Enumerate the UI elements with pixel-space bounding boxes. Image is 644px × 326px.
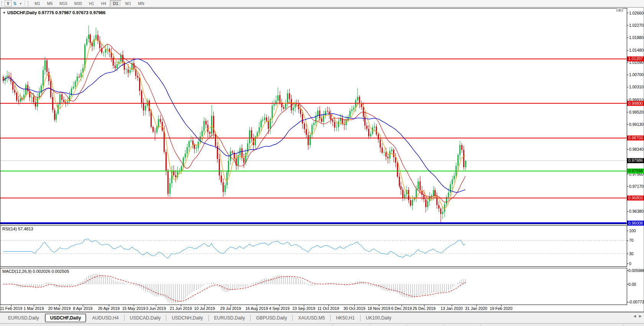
up-down-arrows-icon: ⇅ — [13, 1, 16, 6]
status-separator — [480, 324, 481, 326]
macd-label: MACD(12,26,9) 0.002026 0.002505 — [2, 269, 69, 274]
tab-separator — [208, 315, 209, 321]
axis-label: 0.97986 — [628, 158, 643, 163]
date-label: 8 Apr 2019 — [73, 306, 93, 311]
date-label: 3 Jun 2019 — [146, 306, 166, 311]
date-label: 30 Oct 2019 — [343, 306, 365, 311]
date-label: 26 Apr 2019 — [98, 306, 120, 311]
axis-label: 0.97170 — [629, 184, 644, 189]
toolbar-grip[interactable] — [1, 1, 3, 6]
axis-label: 1.01880 — [629, 35, 644, 40]
tab-separator — [44, 315, 45, 321]
timeframe-button-w1[interactable]: W1 — [122, 0, 134, 7]
terminal-window: T ⇅ ▼ M1M5M15M30H1H4D1W1MN 1.026601.0227… — [0, 0, 644, 326]
chart-tab-hk50-h1[interactable]: HK50,H1 — [331, 314, 360, 322]
status-separator — [444, 324, 444, 326]
axis-label: 1.01207 — [628, 56, 643, 61]
timeframe-button-m5[interactable]: M5 — [44, 0, 56, 7]
scroll-up-icon: ▲ — [618, 8, 621, 11]
chart-window[interactable]: 1.026601.022701.018801.014801.010901.007… — [0, 0, 644, 313]
tab-scroll-arrows: ◀ ▶ — [633, 314, 642, 318]
axis-label: 0.97658 — [628, 168, 643, 173]
text-label-tool-button[interactable]: T — [5, 0, 11, 7]
axis-label: 1.02660 — [629, 11, 644, 15]
date-label: 11 Oct 2019 — [318, 306, 339, 311]
timeframe-bar: M1M5M15M30H1H4D1W1MN — [31, 0, 147, 7]
chart-tab-usdchf-daily[interactable]: USDCHF,Daily — [45, 314, 86, 322]
chart-tab-eurusd-daily[interactable]: EURUSD,Daily — [3, 314, 44, 322]
tab-separator — [330, 315, 331, 321]
date-label: 4 Sep 2019 — [269, 306, 290, 311]
tabs-scroll-right-icon[interactable]: ▶ — [639, 314, 642, 318]
chart-tabs: EURUSD,DailyUSDCHF,DailyAUDUSD,H4USDCAD,… — [0, 313, 397, 323]
status-bar — [0, 323, 644, 326]
chart-tab-gbpusd-daily[interactable]: GBPUSD,Daily — [251, 314, 292, 322]
chart-tab-usdcad-daily[interactable]: USDCAD,Daily — [125, 314, 166, 322]
tab-separator — [86, 315, 87, 321]
axis-label: 1.00700 — [629, 72, 644, 77]
date-label: 16 Aug 2019 — [246, 306, 268, 311]
date-label: 10 Jul 2019 — [194, 306, 215, 311]
axis-label: 0 — [629, 261, 631, 266]
axis-label: 0.96803 — [628, 196, 643, 200]
chart-tab-audusd-h4[interactable]: AUDUSD,H4 — [87, 314, 123, 322]
chart-tab-xauusd-m5[interactable]: XAUUSD,M5 — [293, 314, 330, 322]
tab-separator — [360, 315, 361, 321]
date-label: 23 Sep 2019 — [292, 306, 315, 311]
tabs-scroll-left-icon[interactable]: ◀ — [633, 314, 636, 318]
status-separator — [333, 324, 333, 326]
status-separator — [623, 324, 624, 326]
axis-label: 0.99800 — [628, 101, 643, 106]
tab-separator — [292, 315, 293, 321]
axis-label: 0.99130 — [629, 122, 644, 127]
chart-menu-icon[interactable]: ▼ — [3, 11, 6, 15]
date-label: 6 Dec 2019 — [391, 306, 412, 311]
tab-separator — [166, 315, 166, 321]
tab-separator — [250, 315, 251, 321]
axis-label: 0.99520 — [629, 110, 644, 114]
date-label: 31 Jan 2020 — [465, 306, 487, 311]
axis-label: 0.96380 — [629, 209, 644, 214]
axis-label: 100 — [629, 228, 636, 233]
timeframe-button-h4[interactable]: H4 — [98, 0, 109, 7]
axis-label: 30 — [629, 251, 634, 256]
timeframe-button-m1[interactable]: M1 — [31, 0, 43, 7]
axis-label: 0.96008 — [628, 221, 643, 225]
rsi-label: RSI(14) 57.4813 — [2, 227, 33, 231]
status-separator — [370, 324, 370, 326]
timeframe-button-d1[interactable]: D1 — [110, 0, 121, 7]
timeframe-grip[interactable] — [28, 1, 29, 6]
toolbar-separator — [25, 1, 25, 6]
date-label: 18 Nov 2019 — [367, 306, 390, 311]
date-label: 13 Jan 2020 — [441, 306, 463, 311]
timeframe-button-h1[interactable]: H1 — [86, 0, 97, 7]
date-label: 1 Mar 2019 — [23, 306, 44, 311]
axis-label: 1.00310 — [629, 85, 644, 89]
date-label: 29 Jul 2019 — [220, 306, 241, 311]
axis-label: 0.005986 — [628, 268, 644, 273]
date-label: 11 Feb 2019 — [0, 306, 22, 311]
tool-dropdown-button[interactable]: ▼ — [18, 0, 23, 7]
date-label: 21 Jun 2019 — [170, 306, 192, 311]
axis-label: 1.02270 — [629, 23, 644, 28]
axis-label: 0.98340 — [629, 147, 644, 152]
axis-label: 70 — [629, 238, 634, 243]
date-label: 20 Mar 2019 — [48, 306, 71, 311]
date-label: 19 Feb 2020 — [490, 306, 513, 311]
axis-label: -0.007737 — [628, 300, 644, 304]
date-label: 25 Dec 2019 — [413, 306, 436, 311]
chart-tabs-bar: EURUSD,DailyUSDCHF,DailyAUDUSD,H4USDCAD,… — [0, 313, 644, 324]
timeframe-button-mn[interactable]: MN — [135, 0, 147, 7]
axis-label: 1.01480 — [629, 48, 644, 52]
chart-tab-eurusd-daily[interactable]: EURUSD,Daily — [209, 314, 250, 322]
chart-tab-uk100-daily[interactable]: UK100,Daily — [361, 314, 397, 322]
cycle-arrows-tool-button[interactable]: ⇅ — [11, 0, 18, 7]
chart-title: USDCHF,Daily 0.97775 0.97987 0.97673 0.9… — [7, 10, 105, 15]
timeframe-button-m30[interactable]: M30 — [71, 0, 85, 7]
chart-tab-usdcnh-daily[interactable]: USDCNH,Daily — [167, 314, 208, 322]
status-separator — [406, 324, 407, 326]
toolbar: T ⇅ ▼ M1M5M15M30H1H4D1W1MN — [0, 0, 644, 7]
date-label: 15 May 2019 — [122, 306, 146, 311]
axis-label: 0.00 — [628, 282, 636, 287]
timeframe-button-m15[interactable]: M15 — [56, 0, 70, 7]
